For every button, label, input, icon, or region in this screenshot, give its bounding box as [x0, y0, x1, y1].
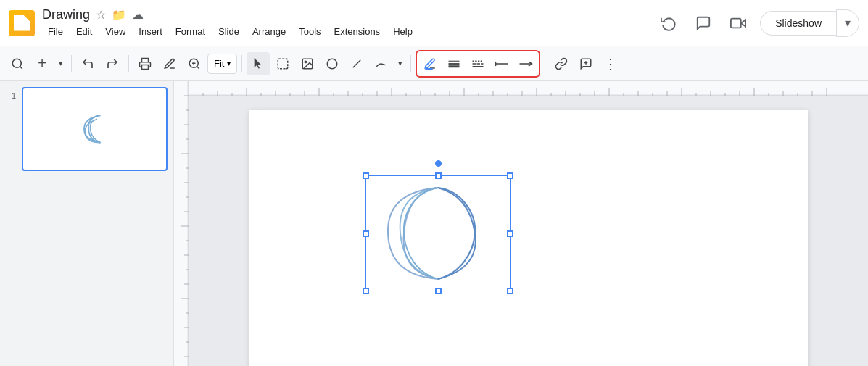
menu-help[interactable]: Help: [387, 24, 418, 39]
canvas-area: [174, 81, 868, 366]
star-icon[interactable]: ☆: [96, 8, 106, 22]
zoom-value: Fit: [214, 58, 224, 69]
moon-drawing[interactable]: [368, 178, 508, 289]
zoom-select[interactable]: Fit ▾: [207, 54, 237, 74]
ruler-vertical: [174, 81, 189, 366]
menu-bar: File Edit View Insert Format Slide Arran…: [42, 24, 656, 39]
menu-file[interactable]: File: [42, 24, 69, 39]
svg-point-2: [12, 59, 21, 67]
rotation-handle[interactable]: [435, 160, 442, 167]
zoom-dropdown-icon: ▾: [227, 59, 231, 67]
svg-line-3: [20, 66, 22, 68]
line-start-button[interactable]: [490, 52, 513, 75]
divider-5: [545, 55, 545, 72]
print-button[interactable]: [133, 52, 157, 75]
divider-1: [71, 55, 72, 72]
line-button[interactable]: [345, 52, 368, 75]
select-button[interactable]: [271, 52, 294, 75]
svg-rect-14: [426, 68, 434, 70]
slide-thumb-row-1: 1: [6, 87, 168, 171]
menu-extensions[interactable]: Extensions: [328, 24, 387, 39]
undo-button[interactable]: [76, 52, 99, 75]
add-dropdown[interactable]: ▾: [55, 52, 67, 75]
scribble-button[interactable]: [370, 52, 393, 75]
svg-point-12: [328, 59, 338, 69]
ruler-horizontal: [174, 81, 868, 96]
title-row: Drawing ☆ 📁 ☁: [42, 7, 656, 22]
menu-format[interactable]: Format: [170, 24, 211, 39]
image-button[interactable]: [296, 52, 319, 75]
main-area: 1: [0, 81, 868, 366]
add-button[interactable]: +: [30, 52, 54, 75]
zoom-button[interactable]: [183, 52, 206, 75]
menu-arrange[interactable]: Arrange: [247, 24, 292, 39]
slide-canvas[interactable]: [249, 110, 808, 366]
history-button[interactable]: [656, 10, 682, 36]
redo-button[interactable]: [101, 52, 124, 75]
copy-format-button[interactable]: [158, 52, 181, 75]
title-bar: Drawing ☆ 📁 ☁ File Edit View Insert Form…: [0, 0, 868, 46]
divider-2: [128, 55, 129, 72]
menu-slide[interactable]: Slide: [212, 24, 245, 39]
divider-4: [410, 55, 411, 72]
shape-button[interactable]: [321, 52, 344, 75]
svg-point-11: [305, 61, 307, 62]
link-button[interactable]: [550, 52, 573, 75]
svg-marker-0: [741, 20, 745, 26]
svg-line-6: [197, 66, 199, 68]
divider-3: [241, 55, 242, 72]
svg-rect-72: [174, 81, 868, 96]
line-weight-button[interactable]: [442, 52, 466, 75]
cursor-button[interactable]: [247, 52, 270, 75]
slide-number-1: 1: [6, 87, 16, 100]
slide-thumbnail-1[interactable]: [22, 87, 168, 171]
doc-title[interactable]: Drawing: [42, 7, 90, 22]
svg-rect-9: [278, 59, 289, 69]
title-bar-right: Slideshow ▾: [656, 9, 859, 37]
toolbar: + ▾: [0, 46, 868, 81]
chat-button[interactable]: [690, 10, 716, 36]
folder-icon[interactable]: 📁: [112, 8, 126, 22]
svg-rect-4: [142, 65, 149, 69]
line-color-button[interactable]: [418, 52, 442, 75]
title-section: Drawing ☆ 📁 ☁ File Edit View Insert Form…: [42, 7, 656, 39]
cloud-icon[interactable]: ☁: [132, 8, 144, 22]
svg-rect-1: [731, 18, 741, 28]
dash-style-button[interactable]: [466, 52, 489, 75]
svg-line-13: [353, 59, 361, 67]
menu-view[interactable]: View: [99, 24, 131, 39]
search-button[interactable]: [6, 52, 29, 75]
ruler-v-svg: [174, 81, 189, 366]
video-button[interactable]: [725, 10, 751, 36]
menu-tools[interactable]: Tools: [293, 24, 326, 39]
scribble-dropdown[interactable]: ▾: [394, 52, 406, 75]
slideshow-btn-group: Slideshow ▾: [760, 9, 859, 37]
app-icon: [9, 10, 35, 36]
moon-svg: [368, 178, 508, 289]
menu-edit[interactable]: Edit: [70, 24, 98, 39]
app-icon-inner: [14, 15, 30, 31]
thumb-moon-svg: [73, 107, 117, 151]
slides-panel: 1: [0, 81, 174, 366]
menu-insert[interactable]: Insert: [133, 24, 168, 39]
slideshow-dropdown[interactable]: ▾: [836, 9, 859, 37]
line-style-group: [416, 50, 540, 78]
slideshow-button[interactable]: Slideshow: [760, 11, 836, 36]
more-options-button[interactable]: ⋮: [599, 52, 622, 75]
ruler-h-svg: [174, 81, 868, 96]
comment-button[interactable]: [574, 52, 598, 75]
line-end-button[interactable]: [514, 52, 537, 75]
